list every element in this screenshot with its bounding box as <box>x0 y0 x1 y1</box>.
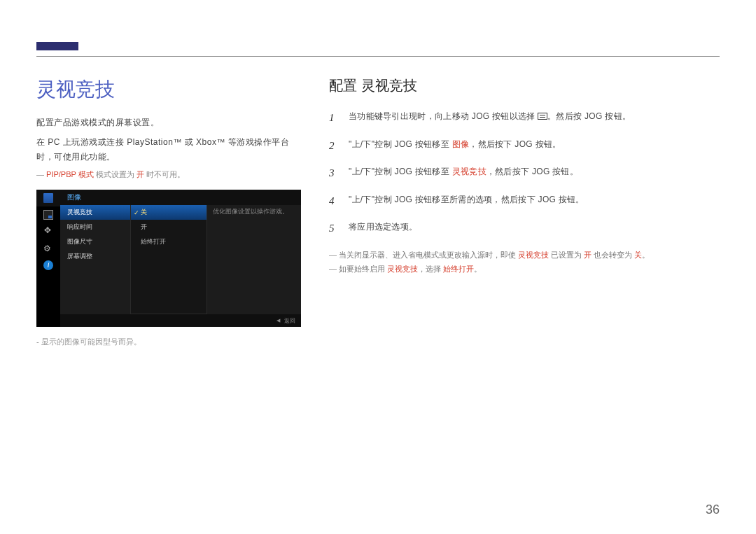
note-line: 如要始终启用 灵视竞技，选择 始终打开。 <box>329 262 720 276</box>
osd-tab-display <box>36 223 60 240</box>
osd-back-label: 返回 <box>284 317 295 325</box>
steps-list: 1 当功能键导引出现时，向上移动 JOG 按钮以选择 。然后按 JOG 按钮。 … <box>329 109 720 238</box>
note-line: 当关闭显示器、进入省电模式或更改输入源时，即使 灵视竞技 已设置为 开 也会转变… <box>329 248 720 262</box>
step-number: 1 <box>329 109 339 127</box>
gear-icon <box>43 244 53 253</box>
osd-footer: ◀ 返回 <box>60 314 301 327</box>
osd-submenu: 关 开 始终打开 <box>130 205 207 314</box>
osd-sub-item: 始终打开 <box>131 234 206 249</box>
section-heading: 灵视竞技 <box>36 76 301 103</box>
menu-icon <box>538 113 547 120</box>
left-column: 灵视竞技 配置产品游戏模式的屏幕设置。 在 PC 上玩游戏或连接 PlaySta… <box>36 76 301 347</box>
osd-menu-item: 灵视竞技 <box>60 205 130 220</box>
intro-p1: 配置产品游戏模式的屏幕设置。 <box>36 115 301 129</box>
config-notes: 当关闭显示器、进入省电模式或更改输入源时，即使 灵视竞技 已设置为 开 也会转变… <box>329 248 720 277</box>
info-icon <box>43 260 53 270</box>
step: 5 将应用选定选项。 <box>329 220 720 238</box>
step-number: 4 <box>329 192 339 211</box>
page-number: 36 <box>706 503 720 517</box>
step: 4 "上/下"控制 JOG 按钮移至所需的选项，然后按下 JOG 按钮。 <box>329 192 720 211</box>
pip-note: PIP/PBP 模式 模式设置为 开 时不可用。 <box>36 169 301 180</box>
step: 2 "上/下"控制 JOG 按钮移至 图像，然后按下 JOG 按钮。 <box>329 137 720 155</box>
osd-sidebar <box>36 190 60 327</box>
osd-sub-item: 关 <box>131 205 206 220</box>
osd-description: 优化图像设置以操作游戏。 <box>207 205 301 314</box>
osd-menu-item: 图像尺寸 <box>60 234 130 249</box>
osd-tab-settings <box>36 240 60 257</box>
image-disclaimer: 显示的图像可能因型号而异。 <box>36 337 301 347</box>
config-heading: 配置 灵视竞技 <box>329 76 720 95</box>
header-accent <box>36 42 78 50</box>
arrows-icon <box>43 227 53 237</box>
osd-sub-item: 开 <box>131 220 206 234</box>
osd-menu-item: 屏幕调整 <box>60 249 130 264</box>
step: 1 当功能键导引出现时，向上移动 JOG 按钮以选择 。然后按 JOG 按钮。 <box>329 109 720 127</box>
step: 3 "上/下"控制 JOG 按钮移至 灵视竞技，然后按下 JOG 按钮。 <box>329 164 720 183</box>
intro-p2: 在 PC 上玩游戏或连接 PlayStation™ 或 Xbox™ 等游戏操作平… <box>36 135 301 164</box>
monitor-icon <box>43 193 53 203</box>
right-column: 配置 灵视竞技 1 当功能键导引出现时，向上移动 JOG 按钮以选择 。然后按 … <box>329 76 720 347</box>
osd-screenshot: 图像 灵视竞技 响应时间 图像尺寸 屏幕调整 关 开 始终打开 <box>36 190 301 327</box>
osd-tab-info <box>36 257 60 274</box>
osd-tab-picture <box>36 190 60 206</box>
step-number: 2 <box>329 137 339 155</box>
step-number: 3 <box>329 164 339 183</box>
osd-header: 图像 <box>60 190 301 205</box>
step-number: 5 <box>329 220 339 238</box>
header-rule <box>36 56 720 57</box>
osd-menu-item: 响应时间 <box>60 220 130 234</box>
pip-icon <box>43 210 53 220</box>
pip-note-red2: 开 <box>136 170 144 178</box>
osd-tab-pip <box>36 206 60 223</box>
osd-menu: 灵视竞技 响应时间 图像尺寸 屏幕调整 <box>60 205 130 314</box>
back-arrow-icon: ◀ <box>276 318 280 323</box>
pip-note-red1: PIP/PBP 模式 <box>46 170 94 178</box>
